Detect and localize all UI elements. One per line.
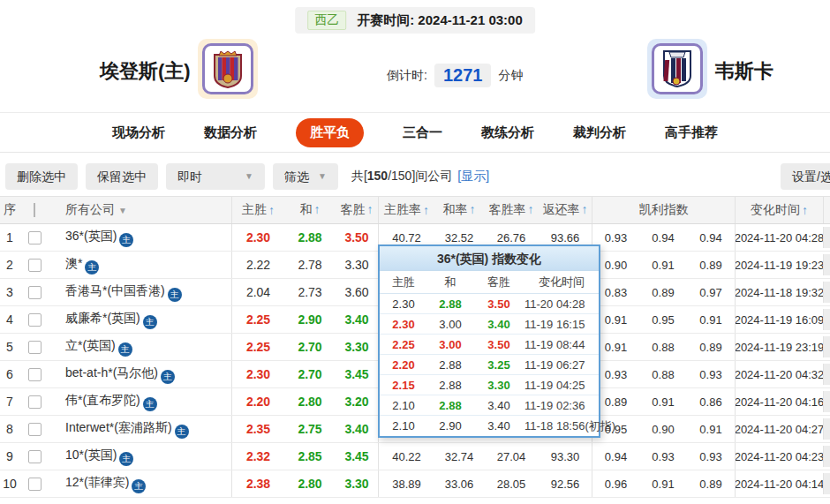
odds-value[interactable]: 3.40: [336, 422, 378, 436]
row-checkbox[interactable]: [28, 478, 42, 491]
company-name[interactable]: bet-at-h*(马尔他)主: [49, 365, 231, 384]
odds-value[interactable]: 2.85: [284, 449, 336, 463]
odds-value[interactable]: 3.45: [336, 449, 378, 463]
odds-value[interactable]: 2.04: [231, 279, 284, 305]
col-change-time[interactable]: 变化时间↑: [735, 197, 823, 223]
col-draw[interactable]: 和↑: [284, 202, 336, 218]
instant-dropdown[interactable]: 即时▼: [166, 163, 265, 190]
odds-value[interactable]: 2.73: [284, 285, 336, 299]
company-name[interactable]: 12*(菲律宾)主: [49, 475, 231, 493]
company-name[interactable]: 香港马*(中国香港)主: [49, 283, 231, 302]
tab-5[interactable]: 教练分析: [481, 124, 534, 141]
odds-value[interactable]: 2.75: [284, 422, 336, 436]
odds-value[interactable]: 2.38: [231, 470, 284, 497]
company-name[interactable]: 10*(英国)主: [49, 448, 231, 466]
tab-4[interactable]: 三合一: [403, 124, 442, 141]
clipped-cell: [823, 391, 830, 412]
popup-col-time: 变化时间: [524, 275, 599, 290]
company-name[interactable]: 澳*主: [49, 256, 231, 275]
rate-value: 26.76: [484, 231, 539, 244]
row-seq: 6: [0, 367, 19, 381]
col-draw-rate[interactable]: 和率↑: [434, 202, 484, 218]
odds-value[interactable]: 3.45: [336, 367, 378, 381]
odds-value[interactable]: 2.25: [231, 334, 284, 360]
kickoff-time: 开赛时间: 2024-11-21 03:00: [357, 12, 523, 29]
main-company-badge-icon: 主: [118, 342, 132, 357]
odds-value[interactable]: 2.30: [231, 361, 284, 387]
filter-dropdown[interactable]: 筛选▼: [273, 163, 338, 190]
odds-value[interactable]: 2.25: [231, 306, 284, 333]
odds-value[interactable]: 2.80: [284, 477, 336, 491]
row-checkbox[interactable]: [28, 423, 42, 436]
tab-6[interactable]: 裁判分析: [573, 124, 626, 141]
tab-1[interactable]: 现场分析: [112, 124, 165, 141]
odds-value[interactable]: 3.30: [336, 258, 378, 272]
main-company-badge-icon: 主: [119, 233, 133, 247]
delete-selected-button[interactable]: 删除选中: [5, 163, 78, 190]
row-checkbox[interactable]: [28, 313, 42, 327]
col-company[interactable]: 所有公司▼: [49, 202, 231, 218]
odds-value[interactable]: 2.78: [284, 258, 336, 272]
row-checkbox[interactable]: [28, 259, 42, 272]
odds-value[interactable]: 2.70: [284, 367, 336, 381]
odds-value[interactable]: 2.35: [231, 416, 284, 442]
company-name[interactable]: Interwet*(塞浦路斯)主: [49, 420, 231, 439]
odds-value[interactable]: 3.40: [336, 312, 378, 327]
odds-value[interactable]: 2.20: [231, 388, 284, 415]
tab-3[interactable]: 胜平负: [296, 118, 364, 147]
company-label: 立*(英国): [65, 338, 116, 352]
sort-up-icon: ↑: [582, 202, 588, 216]
kelly-value: 0.89: [687, 259, 735, 272]
sort-up-icon: ↑: [528, 202, 534, 216]
home-crest-shield-icon: [202, 43, 253, 94]
select-all-checkbox[interactable]: [34, 203, 35, 217]
change-time: 2024-11-20 04:23: [735, 443, 823, 470]
odds-value[interactable]: 2.80: [284, 395, 336, 409]
row-checkbox-cell: [19, 231, 49, 244]
odds-value[interactable]: 2.90: [284, 312, 336, 327]
col-return-rate[interactable]: 返还率↑: [539, 202, 592, 218]
company-label: 威廉希*(英国): [65, 311, 140, 325]
col-away-win[interactable]: 客胜↑: [336, 202, 378, 218]
odds-value[interactable]: 2.88: [284, 230, 336, 244]
odds-value[interactable]: 3.60: [336, 285, 378, 299]
keep-selected-button[interactable]: 保留选中: [86, 163, 158, 190]
company-name[interactable]: 36*(英国)主: [49, 229, 231, 247]
odds-value[interactable]: 2.30: [231, 224, 284, 251]
row-checkbox[interactable]: [28, 286, 42, 299]
odds-value[interactable]: 2.70: [284, 340, 336, 354]
company-name[interactable]: 威廉希*(英国)主: [49, 311, 231, 329]
row-checkbox[interactable]: [28, 341, 42, 354]
odds-value[interactable]: 3.30: [336, 340, 378, 354]
popup-title: 36*(英国) 指数变化: [380, 246, 599, 271]
odds-value[interactable]: 2.22: [231, 252, 284, 278]
col-away-rate[interactable]: 客胜率↑: [484, 202, 539, 218]
row-checkbox[interactable]: [28, 231, 42, 244]
change-time: 2024-11-20 04:14: [735, 470, 823, 497]
row-checkbox[interactable]: [28, 368, 42, 381]
popup-change-time: 11-19 06:27: [524, 358, 599, 372]
sort-up-icon: ↑: [367, 202, 374, 216]
popup-odds-value: 3.25: [473, 358, 524, 372]
popup-history-row: 2.303.003.4011-19 16:15: [380, 314, 599, 335]
odds-value[interactable]: 3.20: [336, 395, 378, 409]
company-name[interactable]: 立*(英国)主: [49, 338, 231, 357]
row-checkbox[interactable]: [28, 450, 42, 463]
company-name[interactable]: 伟*(直布罗陀)主: [49, 393, 231, 411]
tab-7[interactable]: 高手推荐: [665, 124, 718, 141]
col-seq[interactable]: 序: [0, 202, 19, 218]
show-link[interactable]: [显示]: [457, 169, 489, 183]
row-checkbox[interactable]: [28, 395, 42, 409]
tab-2[interactable]: 数据分析: [204, 124, 257, 141]
kelly-value: 0.88: [639, 368, 687, 381]
clipped-cell: [823, 309, 830, 330]
home-team-name: 埃登斯(主): [100, 58, 191, 85]
sort-up-icon: ↑: [470, 202, 476, 216]
col-home-rate[interactable]: 主胜率↑: [378, 197, 434, 223]
col-home-win[interactable]: 主胜↑: [231, 197, 284, 223]
popup-odds-value: 3.00: [427, 318, 473, 331]
odds-value[interactable]: 3.30: [336, 477, 378, 491]
odds-value[interactable]: 2.32: [231, 443, 284, 470]
settings-select-button[interactable]: 设置/选择: [781, 163, 830, 190]
odds-value[interactable]: 3.50: [336, 230, 378, 244]
